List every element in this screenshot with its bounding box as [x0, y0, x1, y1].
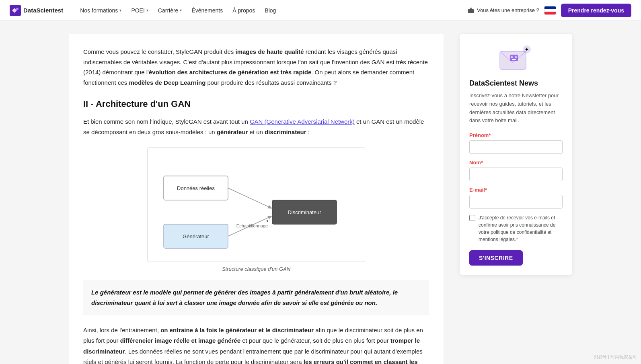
main-content: Comme vous pouvez le constater, StyleGAN…: [69, 34, 444, 364]
formations-chevron: ▾: [119, 8, 121, 12]
nav-links: Nos formations ▾ POEI ▾ Carrière ▾ Événe…: [76, 5, 467, 16]
svg-point-16: [515, 56, 517, 58]
nav-apropos[interactable]: À propos: [228, 5, 259, 16]
prenom-label: Prénom*: [469, 132, 563, 138]
newsletter-card: ✦ DataScientest News Inscrivez-vous à no…: [460, 34, 572, 275]
diagram-svg: Données réelles Générateur Discriminateu…: [147, 147, 365, 262]
carriere-chevron: ▾: [180, 8, 182, 12]
enterprise-icon: [467, 7, 475, 14]
cta-button[interactable]: Prendre rendez-vous: [561, 4, 631, 17]
article-intro: Comme vous pouvez le constater, StyleGAN…: [83, 47, 429, 88]
diagram-container: Données réelles Générateur Discriminateu…: [83, 147, 429, 272]
subscribe-button[interactable]: S'INSCRIRE: [469, 250, 523, 266]
flag-white: [544, 9, 556, 12]
nom-required: *: [481, 160, 483, 166]
prenom-input[interactable]: [469, 140, 563, 154]
svg-point-1: [16, 8, 18, 10]
navigation: DataScientest Nos formations ▾ POEI ▾ Ca…: [0, 0, 641, 21]
generateur-label: Générateur: [183, 233, 209, 239]
sidebar-title: DataScientest News: [469, 79, 563, 88]
email-label: E-mail*: [469, 187, 563, 193]
article-last-para: Ainsi, lors de l'entrainement, on entrai…: [83, 325, 429, 364]
consent-label: J'accepte de recevoir vos e-mails et con…: [479, 214, 563, 243]
nav-carriere[interactable]: Carrière ▾: [154, 5, 186, 16]
newsletter-form: Prénom* Nom* E-mail* J'accepte de recevo…: [469, 132, 563, 266]
svg-rect-17: [512, 59, 516, 60]
page-wrapper: Comme vous pouvez le constater, StyleGAN…: [59, 21, 582, 364]
svg-point-15: [511, 56, 513, 58]
nom-label: Nom*: [469, 160, 563, 166]
language-flag[interactable]: [544, 6, 556, 15]
poei-chevron: ▾: [146, 8, 148, 12]
prenom-required: *: [489, 132, 491, 138]
donnees-label: Données réelles: [177, 185, 215, 191]
gan-link[interactable]: GAN (Generative Adversiarial Network): [250, 118, 355, 125]
nav-poei[interactable]: POEI ▾: [127, 5, 152, 16]
nav-formations[interactable]: Nos formations ▾: [76, 5, 125, 16]
section-title: II - Architecture d'un GAN: [83, 99, 429, 109]
diagram-caption: Structure classique d'un GAN: [222, 266, 290, 272]
nav-blog[interactable]: Blog: [261, 5, 280, 16]
svg-rect-3: [470, 8, 472, 9]
svg-text:Echantillonnage: Echantillonnage: [236, 223, 268, 228]
newsletter-illustration: ✦: [469, 43, 563, 74]
article-para-1: Et bien comme son nom l'indique, StyleGA…: [83, 117, 429, 138]
gan-diagram-svg: Données réelles Générateur Discriminateu…: [156, 156, 357, 252]
svg-marker-10: [266, 219, 268, 223]
flag-blue: [544, 6, 556, 9]
svg-rect-2: [468, 9, 474, 13]
newsletter-icon: ✦: [498, 43, 534, 74]
consent-row: J'accepte de recevoir vos e-mails et con…: [469, 214, 563, 243]
sidebar: ✦ DataScientest News Inscrivez-vous à no…: [460, 34, 572, 275]
logo-icon: [10, 5, 21, 16]
nav-evenements[interactable]: Événements: [187, 5, 227, 16]
logo[interactable]: DataScientest: [10, 5, 63, 16]
nom-input[interactable]: [469, 168, 563, 181]
email-required: *: [485, 187, 487, 193]
enterprise-link[interactable]: Vous êtes une entreprise ?: [467, 7, 539, 14]
email-input[interactable]: [469, 195, 563, 209]
svg-line-7: [228, 188, 271, 208]
consent-checkbox[interactable]: [469, 215, 475, 221]
discriminateur-label: Discriminateur: [288, 209, 321, 215]
svg-rect-14: [510, 55, 518, 61]
watermark: 刃易号 | 时尚玩家岳司: [594, 354, 637, 360]
svg-text:✦: ✦: [524, 46, 529, 53]
flag-red: [544, 12, 556, 14]
article-blockquote: Le générateur est le modèle qui permet d…: [83, 280, 429, 316]
logo-text: DataScientest: [23, 7, 63, 14]
sidebar-description: Inscrivez-vous à notre Newsletter pour r…: [469, 92, 563, 125]
nav-right: Vous êtes une entreprise ? Prendre rende…: [467, 4, 631, 17]
